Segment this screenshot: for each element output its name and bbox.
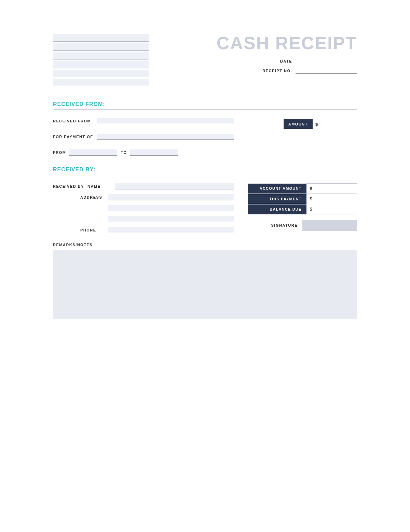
phone-label: PHONE bbox=[80, 228, 104, 232]
for-payment-row: FOR PAYMENT OF bbox=[53, 134, 234, 140]
address-row-3 bbox=[80, 216, 234, 222]
remarks-heading: REMARKS/NOTES bbox=[53, 243, 357, 247]
received-from-body: RECEIVED FROM FOR PAYMENT OF FROM TO bbox=[53, 118, 357, 156]
received-from-heading: RECEIVED FROM: bbox=[53, 101, 357, 110]
address-line-6 bbox=[53, 79, 149, 86]
date-label: DATE bbox=[280, 59, 292, 63]
date-field[interactable] bbox=[296, 58, 357, 64]
amount-label: AMOUNT bbox=[284, 119, 313, 129]
remarks-section: REMARKS/NOTES bbox=[53, 243, 357, 319]
from-to-row: FROM TO bbox=[53, 149, 234, 156]
address-line-3 bbox=[53, 52, 149, 59]
title-date-block: CASH RECEIPT DATE RECEIPT NO. bbox=[217, 34, 357, 74]
for-payment-label: FOR PAYMENT OF bbox=[53, 135, 94, 139]
signature-row: SIGNATURE bbox=[248, 220, 357, 231]
received-from-field[interactable] bbox=[97, 118, 234, 124]
amount-box: AMOUNT $ bbox=[284, 118, 357, 130]
from-label: FROM bbox=[53, 150, 66, 155]
account-amount-field[interactable]: $ bbox=[306, 184, 357, 194]
date-row: DATE bbox=[280, 58, 357, 64]
received-from-section: RECEIVED FROM: RECEIVED FROM FOR PAYMENT… bbox=[53, 101, 357, 156]
remarks-box[interactable] bbox=[53, 250, 357, 319]
address-label: ADDRESS bbox=[80, 195, 104, 199]
amount-field[interactable]: $ bbox=[313, 118, 357, 130]
received-from-right: AMOUNT $ bbox=[248, 118, 357, 130]
address-line-5 bbox=[53, 70, 149, 77]
date-receipt-block: DATE RECEIPT NO. bbox=[262, 58, 357, 74]
receipt-title: CASH RECEIPT bbox=[217, 34, 357, 52]
balance-due-field[interactable]: $ bbox=[306, 204, 357, 214]
received-from-row: RECEIVED FROM bbox=[53, 118, 234, 124]
received-by-label: RECEIVED BY bbox=[53, 184, 84, 188]
signature-label: SIGNATURE bbox=[271, 223, 298, 227]
signature-box[interactable] bbox=[302, 220, 357, 231]
this-payment-label: THIS PAYMENT bbox=[248, 194, 306, 204]
account-table: ACCOUNT AMOUNT $ THIS PAYMENT $ BALANCE … bbox=[248, 183, 357, 214]
received-by-right: ACCOUNT AMOUNT $ THIS PAYMENT $ BALANCE … bbox=[248, 183, 357, 233]
balance-due-label: BALANCE DUE bbox=[248, 204, 306, 214]
for-payment-field[interactable] bbox=[97, 134, 234, 140]
address-block bbox=[53, 34, 149, 88]
account-amount-label: ACCOUNT AMOUNT bbox=[248, 184, 306, 194]
to-field[interactable] bbox=[130, 149, 178, 156]
phone-row: PHONE bbox=[80, 227, 234, 233]
address-field-1[interactable] bbox=[108, 194, 234, 200]
name-label: NAME bbox=[87, 184, 111, 188]
address-row: ADDRESS bbox=[80, 194, 234, 200]
receipt-no-field[interactable] bbox=[296, 68, 357, 74]
received-from-left: RECEIVED FROM FOR PAYMENT OF FROM TO bbox=[53, 118, 234, 156]
address-line-2 bbox=[53, 43, 149, 51]
phone-field[interactable] bbox=[108, 227, 234, 233]
to-label: TO bbox=[121, 150, 127, 155]
amount-dollar-sign: $ bbox=[315, 122, 318, 127]
balance-due-row: BALANCE DUE $ bbox=[248, 204, 357, 214]
address-line-1 bbox=[53, 34, 149, 42]
from-field[interactable] bbox=[69, 149, 117, 156]
address-field-3[interactable] bbox=[108, 216, 234, 222]
receipt-header: CASH RECEIPT DATE RECEIPT NO. bbox=[53, 34, 357, 88]
received-by-section: RECEIVED BY: RECEIVED BY NAME ADDRESS bbox=[53, 167, 357, 233]
received-by-left: RECEIVED BY NAME ADDRESS bbox=[53, 183, 234, 233]
received-by-grid: RECEIVED BY NAME ADDRESS bbox=[53, 183, 357, 233]
this-payment-field[interactable]: $ bbox=[306, 194, 357, 204]
address-field-2[interactable] bbox=[108, 205, 234, 211]
address-line-4 bbox=[53, 61, 149, 68]
address-row-2 bbox=[80, 205, 234, 211]
account-amount-row: ACCOUNT AMOUNT $ bbox=[248, 184, 357, 194]
receipt-no-row: RECEIPT NO. bbox=[262, 68, 357, 74]
received-by-heading: RECEIVED BY: bbox=[53, 167, 357, 175]
receipt-page: CASH RECEIPT DATE RECEIPT NO. RECEIVED F… bbox=[26, 14, 384, 424]
receipt-no-label: RECEIPT NO. bbox=[262, 69, 292, 73]
name-field[interactable] bbox=[115, 183, 234, 189]
received-from-label: RECEIVED FROM bbox=[53, 119, 94, 123]
received-by-name-row: RECEIVED BY NAME bbox=[53, 183, 234, 189]
this-payment-row: THIS PAYMENT $ bbox=[248, 194, 357, 204]
